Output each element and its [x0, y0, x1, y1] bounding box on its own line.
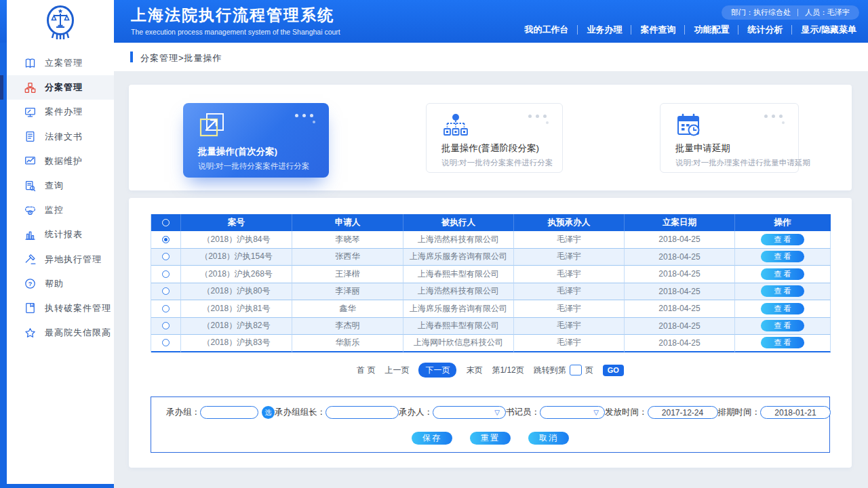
clerk-select[interactable]: ▽ [540, 406, 605, 419]
sidebar-item-label: 案件办理 [45, 106, 83, 118]
document-icon [24, 131, 36, 142]
page-next-button[interactable]: 下一页 [418, 363, 456, 378]
cell-respondent: 上海春熙丰型有限公司 [403, 266, 514, 283]
view-button[interactable]: 查看 [761, 337, 804, 348]
cell-applicant: 张西华 [292, 249, 403, 266]
column-header: 执预承办人 [514, 214, 625, 231]
row-radio[interactable] [162, 236, 170, 243]
cell-respondent: 上海席乐服务咨询有限公司 [403, 300, 514, 318]
sidebar-item-supreme-court-dishonest[interactable]: 最高院失信限高 [7, 321, 114, 345]
page-info: 第1/12页 [492, 365, 524, 376]
view-button[interactable]: 查看 [761, 303, 804, 314]
cell-case-no: （2018）沪执83号 [181, 335, 292, 352]
go-button[interactable]: GO [603, 365, 624, 376]
sidebar-item-label: 统计报表 [45, 228, 83, 241]
sidebar-item-label: 执转破案件管理 [45, 302, 111, 314]
view-button[interactable]: 查看 [761, 251, 804, 262]
page-first-button[interactable]: 首 页 [357, 365, 375, 376]
clerk-select-input[interactable] [540, 406, 605, 419]
cell-handler: 毛泽宇 [514, 231, 625, 249]
page-prev-button[interactable]: 上一页 [384, 365, 409, 376]
sidebar-item-label: 分案管理 [45, 81, 83, 94]
select-all-radio[interactable] [162, 219, 170, 226]
card-description: 说明:对一批待分案案件进行分案 [198, 161, 309, 171]
view-button[interactable]: 查看 [761, 268, 804, 280]
nav-item-toggle-menu[interactable]: 显示/隐藏菜单 [791, 25, 865, 35]
cell-date: 2018-04-25 [625, 318, 735, 336]
cell-applicant: 王泽楷 [292, 266, 403, 283]
cancel-button[interactable]: 取消 [528, 432, 569, 445]
nav-item-statistics[interactable]: 统计分析 [738, 25, 791, 35]
view-button[interactable]: 查看 [761, 320, 804, 331]
field-leader: 承办组组长： [275, 406, 399, 419]
sidebar-item-case-filing[interactable]: 立案管理 [7, 51, 114, 75]
breadcrumb-bar: 分案管理>批量操作 [114, 43, 868, 71]
sidebar-item-label: 立案管理 [45, 57, 83, 69]
card-title: 批量操作(普通阶段分案) [441, 142, 539, 155]
sidebar-item-label: 查询 [45, 180, 64, 192]
column-header: 案号 [181, 214, 292, 231]
case-table: 案号 申请人 被执行人 执预承办人 立案日期 操作 （2018）沪执84号 李晓… [151, 214, 830, 352]
reset-button[interactable]: 重置 [470, 432, 511, 445]
issue-date-picker[interactable]: 2017-12-24 [648, 406, 718, 419]
leader-input[interactable] [326, 406, 399, 419]
sidebar-item-data-maintenance[interactable]: 数据维护 [7, 149, 114, 174]
sidebar-item-case-assignment[interactable]: 分案管理 [7, 75, 114, 100]
save-button[interactable]: 保存 [412, 432, 452, 445]
sidebar-item-label: 法律文书 [45, 131, 83, 143]
cell-respondent: 上海浩然科技有限公司 [403, 231, 514, 249]
schedule-date-picker[interactable]: 2018-01-21 [760, 406, 831, 419]
row-radio[interactable] [162, 287, 170, 295]
sidebar-item-bankruptcy-transfer[interactable]: 执转破案件管理 [7, 296, 114, 321]
row-radio[interactable] [162, 270, 170, 278]
calendar-clock-icon [675, 113, 703, 142]
sidebar-item-query[interactable]: 查询 [7, 174, 114, 198]
cell-applicant: 鑫华 [292, 300, 403, 318]
row-radio[interactable] [162, 322, 170, 329]
case-table-panel: 案号 申请人 被执行人 执预承办人 立案日期 操作 （2018）沪执84号 李晓… [129, 198, 852, 468]
schedule-time-label: 排期时间： [718, 407, 761, 418]
nav-item-config[interactable]: 功能配置 [684, 25, 738, 35]
cell-respondent: 上海席乐服务咨询有限公司 [403, 249, 514, 266]
card-batch-normal-assignment[interactable]: 批量操作(普通阶段分案) 说明:对一批待分案案件进行分案 [426, 103, 563, 173]
page-last-button[interactable]: 末页 [466, 365, 482, 376]
more-dots-icon [764, 113, 787, 128]
field-issue-time: 发放时间： 2017-12-24 [605, 406, 718, 419]
nav-item-case-query[interactable]: 案件查询 [631, 25, 684, 35]
view-button[interactable]: 查看 [761, 234, 804, 245]
user-info-badge: 部门：执行综合处 人员：毛泽宇 [722, 5, 859, 20]
sidebar-item-remote-execution[interactable]: 异地执行管理 [7, 247, 114, 272]
field-group: 承办组： 选 [166, 406, 275, 419]
field-clerk: 书记员： ▽ [506, 406, 605, 419]
person-label: 人员：毛泽宇 [805, 7, 850, 18]
bar-chart-icon [24, 229, 36, 241]
group-input[interactable] [200, 406, 258, 419]
sidebar-item-statistics-report[interactable]: 统计报表 [7, 222, 114, 247]
jump-page-input[interactable] [570, 365, 582, 375]
row-radio[interactable] [162, 253, 170, 260]
card-title: 批量操作(首次分案) [198, 146, 277, 158]
group-label: 承办组： [166, 407, 200, 418]
breadcrumb: 分案管理>批量操作 [140, 52, 222, 64]
cell-handler: 毛泽宇 [514, 335, 625, 352]
sidebar-item-legal-documents[interactable]: 法律文书 [7, 125, 114, 149]
row-radio[interactable] [162, 339, 170, 346]
column-header: 被执行人 [403, 214, 514, 231]
sidebar-item-monitoring[interactable]: 监控 [7, 198, 114, 222]
sidebar-item-case-handling[interactable]: 案件办理 [7, 100, 114, 124]
star-icon [24, 327, 36, 339]
handler-select-input[interactable] [433, 406, 506, 419]
nav-item-business[interactable]: 业务办理 [577, 25, 631, 35]
card-batch-first-assignment[interactable]: 批量操作(首次分案) 说明:对一批待分案案件进行分案 [183, 103, 329, 178]
cell-case-no: （2018）沪执80号 [181, 283, 292, 301]
card-batch-extension-request[interactable]: 批量申请延期 说明:对一批办理案件进行批量申请延期 [660, 103, 799, 173]
group-pick-button[interactable]: 选 [262, 406, 275, 419]
top-nav: 我的工作台 业务办理 案件查询 功能配置 统计分析 显示/隐藏菜单 [515, 25, 865, 35]
sidebar-item-help[interactable]: ? 帮助 [7, 272, 114, 296]
nav-item-workbench[interactable]: 我的工作台 [515, 25, 577, 35]
view-button[interactable]: 查看 [761, 285, 804, 297]
cell-date: 2018-04-25 [625, 335, 735, 352]
card-description: 说明:对一批办理案件进行批量申请延期 [675, 158, 810, 168]
handler-select[interactable]: ▽ [433, 406, 506, 419]
row-radio[interactable] [162, 305, 170, 312]
